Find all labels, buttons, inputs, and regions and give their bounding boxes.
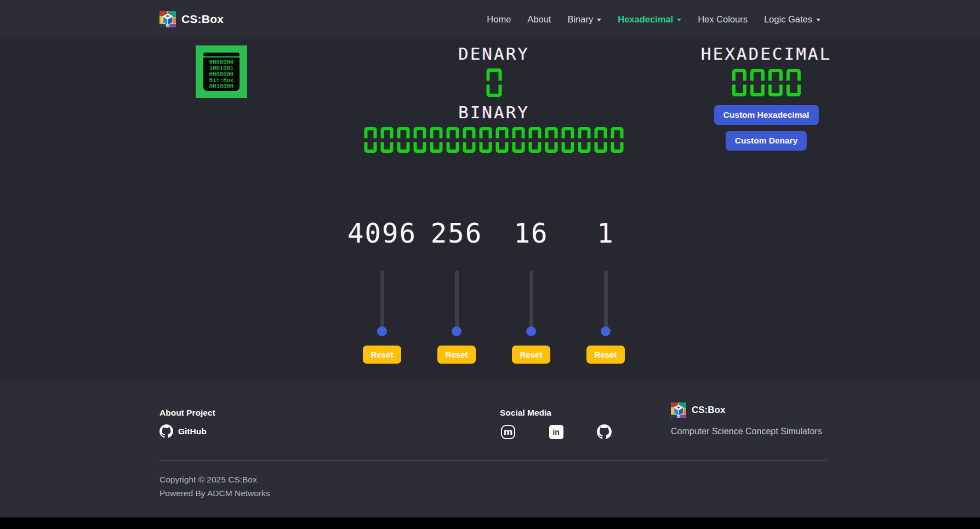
github-icon <box>159 424 173 438</box>
seg-digit-zero <box>529 127 542 153</box>
seg-digit-zero <box>447 127 459 153</box>
custom-hexadecimal-button[interactable]: Custom Hexadecimal <box>714 105 819 125</box>
nav-item-label: Binary <box>567 14 593 25</box>
navbar: CS:Box Home About Binary Hexadecimal Hex… <box>0 0 980 38</box>
footer-brand-section: CS:Box Computer Science Concept Simulato… <box>671 403 822 436</box>
nav-item-label: Hexadecimal <box>618 14 673 25</box>
reset-button-16[interactable]: Reset <box>512 346 551 364</box>
bitbox-logo: 0000000 1001001 0000000 Bit:Box 0010000 <box>196 45 247 98</box>
bitbox-screen-bar <box>203 53 240 56</box>
denary-value <box>364 68 624 97</box>
footer-about-section: About Project GitHub <box>159 408 215 438</box>
seg-digit-zero <box>414 127 426 153</box>
reset-button-4096[interactable]: Reset <box>363 346 402 364</box>
footer-brand-title: CS:Box <box>692 405 725 416</box>
bitbox-text: 0000000 1001001 0000000 Bit:Box 0010000 <box>209 59 233 89</box>
seg-digit-zero <box>512 127 525 153</box>
slider-column-16: 16 Reset <box>498 218 564 364</box>
seg-digit-zero <box>611 127 624 153</box>
denary-binary-display: DENARY BINARY <box>364 44 624 153</box>
binary-value <box>364 127 624 153</box>
nav-item-label: About <box>527 14 551 25</box>
slider-value-256: 256 <box>431 218 483 250</box>
nav-item-hexadecimal[interactable]: Hexadecimal <box>618 14 681 25</box>
nav-items: Home About Binary Hexadecimal Hex Colour… <box>487 14 821 25</box>
nav-item-label: Logic Gates <box>764 14 812 25</box>
seg-digit-zero <box>381 127 394 153</box>
footer-social-section: Social Media m in <box>500 408 613 439</box>
slider-thumb-16[interactable] <box>526 326 536 336</box>
about-project-heading: About Project <box>159 408 215 418</box>
social-media-heading: Social Media <box>500 408 613 418</box>
seg-digit-zero <box>595 127 607 153</box>
footer-divider <box>159 460 827 461</box>
reset-button-256[interactable]: Reset <box>437 346 476 364</box>
nav-item-binary[interactable]: Binary <box>567 14 601 25</box>
nav-item-logic-gates[interactable]: Logic Gates <box>764 14 821 25</box>
csbox-logo-icon <box>159 11 176 27</box>
nav-item-home[interactable]: Home <box>487 14 511 25</box>
chevron-down-icon <box>816 19 821 21</box>
hexadecimal-display: HEXADECIMAL Custom Hexadecimal Custom De… <box>701 44 831 151</box>
github-link-label: GitHub <box>178 427 207 436</box>
nav-item-hex-colours[interactable]: Hex Colours <box>698 14 748 25</box>
nav-item-label: Home <box>487 14 511 25</box>
binary-label: BINARY <box>364 102 624 122</box>
seg-digit-zero <box>750 69 765 96</box>
seg-digit-zero <box>578 127 591 153</box>
footer-copyright: Copyright © 2025 CS:Box Powered By ADCM … <box>159 473 270 500</box>
denary-label: DENARY <box>364 44 624 64</box>
nav-item-label: Hex Colours <box>698 14 748 25</box>
seg-digit-zero <box>545 127 558 153</box>
seg-digit-zero <box>364 127 377 153</box>
reset-button-1[interactable]: Reset <box>586 346 625 364</box>
chevron-down-icon <box>677 19 681 21</box>
slider-thumb-4096[interactable] <box>377 326 387 336</box>
seg-digit-zero <box>486 68 502 97</box>
seg-digit-zero <box>480 127 492 153</box>
hex-digit-sliders: 4096 Reset 256 Reset 16 Reset 1 R <box>349 218 639 364</box>
slider-thumb-256[interactable] <box>452 326 461 336</box>
hexadecimal-value <box>701 69 831 96</box>
slider-column-4096: 4096 Reset <box>349 218 415 364</box>
seg-digit-zero <box>397 127 410 153</box>
github-icon[interactable] <box>597 424 612 439</box>
seg-digit-zero <box>768 69 783 96</box>
csbox-logo-icon <box>671 403 686 418</box>
copyright-text: Copyright © 2025 CS:Box <box>159 473 270 486</box>
footer-tagline: Computer Science Concept Simulators <box>671 427 822 436</box>
slider-thumb-1[interactable] <box>601 326 611 336</box>
slider-value-1: 1 <box>597 218 614 250</box>
hexadecimal-label: HEXADECIMAL <box>701 44 831 64</box>
chevron-down-icon <box>597 19 601 21</box>
footer: About Project GitHub Social Media m in <box>0 380 980 518</box>
slider-track-16[interactable] <box>529 271 533 332</box>
nav-item-about[interactable]: About <box>527 14 551 25</box>
custom-denary-button[interactable]: Custom Denary <box>726 131 807 151</box>
slider-column-1: 1 Reset <box>573 218 639 364</box>
powered-by-text: Powered By ADCM Networks <box>159 486 270 500</box>
bitbox-display: 0000000 1001001 0000000 Bit:Box 0010000 <box>203 58 240 91</box>
slider-track-4096[interactable] <box>380 271 384 332</box>
seg-digit-zero <box>430 127 443 153</box>
page: CS:Box Home About Binary Hexadecimal Hex… <box>0 0 980 518</box>
slider-value-16: 16 <box>514 218 548 250</box>
navbar-brand[interactable]: CS:Box <box>159 11 224 27</box>
seg-digit-zero <box>496 127 509 153</box>
bitbox-screen: 0000000 1001001 0000000 Bit:Box 0010000 <box>203 53 240 91</box>
brand-title: CS:Box <box>181 13 224 26</box>
seg-digit-zero <box>562 127 574 153</box>
social-icons-row: m in <box>500 424 613 439</box>
slider-column-256: 256 Reset <box>424 218 489 364</box>
mastodon-icon[interactable]: m <box>501 425 515 439</box>
slider-track-256[interactable] <box>455 271 459 332</box>
seg-digit-zero <box>463 127 476 153</box>
slider-track-1[interactable] <box>604 271 608 332</box>
github-link[interactable]: GitHub <box>159 424 215 438</box>
seg-digit-zero <box>787 69 801 96</box>
seg-digit-zero <box>732 69 747 96</box>
linkedin-icon[interactable]: in <box>549 425 563 439</box>
slider-value-4096: 4096 <box>347 218 417 250</box>
